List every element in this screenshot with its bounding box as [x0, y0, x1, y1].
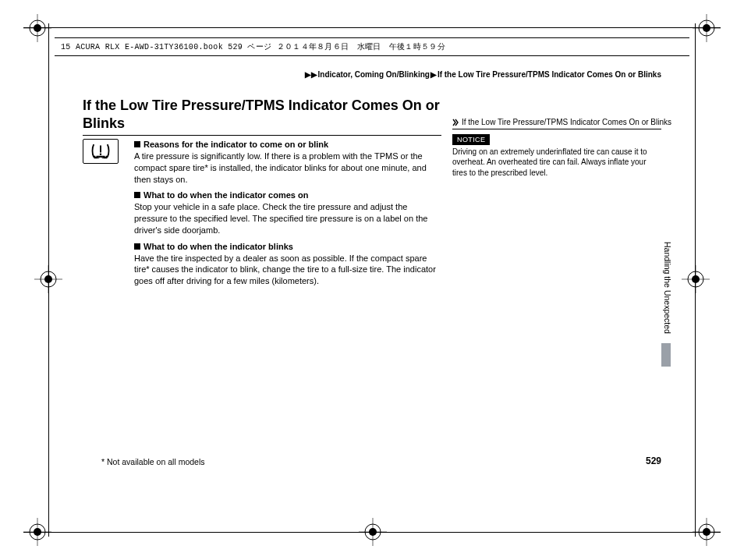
- manual-page: 15 ACURA RLX E-AWD-31TY36100.book 529 ペー…: [0, 0, 744, 560]
- side-reference-title: If the Low Tire Pressure/TPMS Indicator …: [452, 117, 661, 129]
- registration-mark-icon: [693, 14, 721, 42]
- registration-mark-icon: [682, 265, 710, 293]
- square-bullet-icon: [134, 243, 140, 250]
- tpms-indicator-icon: [83, 139, 119, 164]
- page-title: If the Low Tire Pressure/TPMS Indicator …: [83, 97, 441, 136]
- section-heading-text: Reasons for the indicator to come on or …: [143, 140, 328, 149]
- notice-badge: NOTICE: [452, 134, 490, 145]
- section-heading: What to do when the indicator blinks: [134, 241, 441, 253]
- crop-line: [23, 27, 721, 28]
- section-body: Stop your vehicle in a safe place. Check…: [134, 201, 441, 236]
- notice-body: Driving on an extremely underinflated ti…: [452, 147, 661, 179]
- section-heading-text: What to do when the indicator blinks: [143, 242, 293, 251]
- registration-mark-icon: [359, 518, 387, 546]
- section-heading: Reasons for the indicator to come on or …: [134, 139, 441, 151]
- breadcrumb-level1: Indicator, Coming On/Blinking: [318, 70, 430, 79]
- double-chevron-right-icon: [452, 119, 460, 126]
- square-bullet-icon: [134, 141, 140, 147]
- breadcrumb: ▶▶Indicator, Coming On/Blinking▶If the L…: [304, 70, 661, 79]
- section-heading: What to do when the indicator comes on: [134, 190, 441, 201]
- section-tab: Handling the Unexpected: [661, 242, 672, 367]
- svg-point-29: [100, 154, 101, 155]
- breadcrumb-level2: If the Low Tire Pressure/TPMS Indicator …: [438, 70, 661, 79]
- print-slug: 15 ACURA RLX E-AWD-31TY36100.book 529 ペー…: [55, 37, 689, 56]
- registration-mark-icon: [23, 14, 51, 42]
- triangle-right-icon: ▶▶: [305, 70, 317, 79]
- page-number: 529: [646, 455, 661, 466]
- section-body: A tire pressure is significantly low. If…: [134, 151, 441, 186]
- side-column: If the Low Tire Pressure/TPMS Indicator …: [452, 117, 661, 178]
- main-content: Reasons for the indicator to come on or …: [83, 139, 441, 287]
- registration-mark-icon: [23, 518, 51, 546]
- registration-mark-icon: [34, 265, 62, 293]
- side-reference-text: If the Low Tire Pressure/TPMS Indicator …: [462, 118, 671, 126]
- square-bullet-icon: [134, 192, 140, 198]
- section-heading-text: What to do when the indicator comes on: [143, 190, 308, 200]
- section-tab-label: Handling the Unexpected: [663, 242, 672, 334]
- triangle-right-icon: ▶: [430, 70, 437, 79]
- registration-mark-icon: [693, 518, 721, 546]
- section-body: Have the tire inspected by a dealer as s…: [134, 253, 441, 288]
- footnote: * Not available on all models: [101, 457, 205, 466]
- section-tab-marker: [661, 343, 671, 367]
